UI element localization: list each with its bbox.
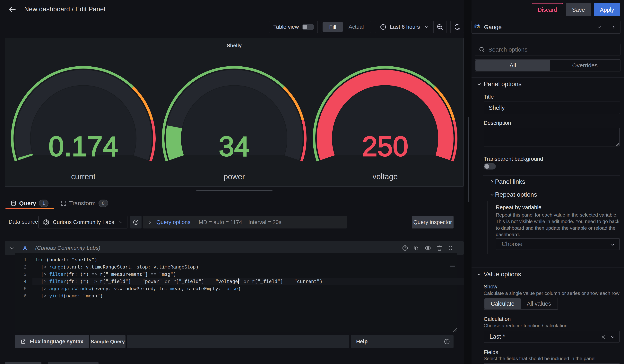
svg-text:0.174: 0.174 <box>49 131 118 162</box>
svg-text:250: 250 <box>362 131 408 162</box>
svg-text:34: 34 <box>219 131 250 162</box>
svg-text:79: 79 <box>476 26 478 29</box>
